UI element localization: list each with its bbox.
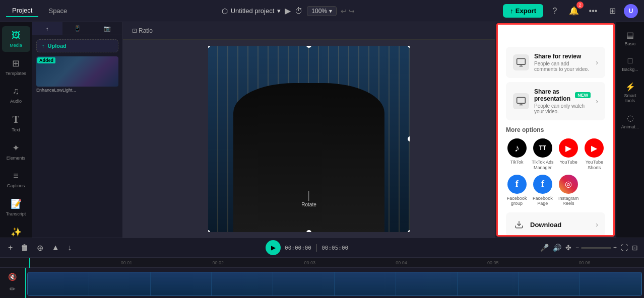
download-button[interactable]: Download › — [506, 212, 605, 235]
share-panel-highlight: Share link Share for review People can a… — [496, 23, 615, 237]
sidebar-item-templates[interactable]: ⊞ Templates — [2, 54, 30, 80]
duplicate-btn[interactable]: ⊕ — [35, 242, 45, 254]
clock-btn[interactable]: ⏱ — [295, 7, 303, 16]
ratio-icon: ⊡ — [132, 27, 137, 34]
download-label: Download — [530, 221, 591, 229]
social-youtube-shorts[interactable]: ▶ YouTube Shorts — [584, 138, 605, 171]
social-instagram[interactable]: ◎ Instagram Reels — [558, 175, 579, 207]
zoom-out-icon: − — [575, 244, 579, 251]
social-facebook-group[interactable]: f Facebook group — [506, 175, 528, 207]
captions-icon: ≡ — [13, 171, 19, 181]
sidebar-item-text[interactable]: T Text — [2, 110, 30, 136]
facebook-group-label: Facebook group — [506, 196, 528, 207]
canvas-wrapper[interactable]: Rotate — [123, 40, 495, 238]
play-preview-btn[interactable]: ▶ — [285, 6, 291, 16]
sidebar-item-media[interactable]: 🖼 Media — [2, 26, 30, 52]
background-icon: □ — [628, 56, 633, 65]
sidebar-item-transcript[interactable]: 📝 Transcript — [2, 194, 30, 220]
ruler-mark-1: 00:01 — [121, 260, 133, 265]
more-btn[interactable]: ••• — [586, 4, 601, 19]
share-panel: Share link Share for review People can a… — [498, 25, 613, 235]
track-frame-6 — [335, 272, 396, 295]
upload-button[interactable]: ↑ Upload — [36, 39, 118, 52]
social-tiktok-ads[interactable]: TT TikTok Ads Manager — [532, 138, 553, 171]
delete-btn[interactable]: 🗑 — [19, 242, 31, 253]
avatar[interactable]: U — [624, 4, 638, 18]
main-layout: 🖼 Media ⊞ Templates ♫ Audio T Text ✦ Ele… — [0, 22, 644, 238]
top-bar-center: ⬡ Untitled project ▾ ▶ ⏱ 100% ▾ ↩ ↪ — [222, 6, 355, 16]
share-as-presentation-option[interactable]: Share as presentation NEW People can onl… — [506, 82, 605, 120]
tab-space[interactable]: Space — [42, 5, 73, 17]
fit-btn[interactable]: ⊡ — [632, 244, 638, 252]
share-review-icon — [513, 54, 529, 70]
tab-upload[interactable]: ↑ — [32, 22, 62, 35]
tab-webcam[interactable]: 📷 — [92, 22, 122, 35]
zoom-slider[interactable] — [581, 247, 611, 249]
zoom-selector[interactable]: 100% ▾ — [307, 6, 337, 16]
track-frame-7 — [396, 272, 458, 295]
media-item-name: EnhanceLowLight... — [36, 88, 118, 93]
add-track-btn[interactable]: + — [6, 242, 15, 253]
left-sidebar: 🖼 Media ⊞ Templates ♫ Audio T Text ✦ Ele… — [0, 22, 32, 238]
timeline-tracks[interactable] — [25, 268, 644, 298]
person-body — [233, 83, 384, 232]
playback-center: ▶ 00:00:00 | 00:05:00 — [266, 240, 348, 255]
layout-btn[interactable]: ⊞ — [605, 4, 620, 19]
media-item[interactable]: Added EnhanceLowLight... — [36, 56, 118, 93]
timeline-ruler: 00:01 00:02 00:03 00:04 00:05 00:06 — [0, 258, 644, 268]
share-for-review-option[interactable]: Share for review People can add comments… — [506, 47, 605, 78]
youtube-icon: ▶ — [559, 138, 578, 158]
sidebar-item-elements[interactable]: ✦ Elements — [2, 138, 30, 165]
timeline-playhead-track — [25, 268, 26, 298]
social-facebook-page[interactable]: f Facebook Page — [532, 175, 553, 207]
tab-screen[interactable]: 📱 — [62, 22, 93, 35]
notifications-btn[interactable]: 🔔 2 — [566, 4, 582, 19]
play-button[interactable]: ▶ — [266, 240, 281, 255]
media-panel: ↑ 📱 📷 ↑ Upload Added EnhanceLowLight... — [32, 22, 123, 238]
rotate-label: Rotate — [301, 202, 316, 207]
effects-icon: ✨ — [11, 227, 22, 238]
zoom-bar: − + — [575, 244, 617, 251]
social-youtube[interactable]: ▶ YouTube — [558, 138, 579, 171]
share-review-text: Share for review People can add comments… — [534, 53, 591, 72]
sidebar-item-captions[interactable]: ≡ Captions — [2, 167, 30, 192]
export-button[interactable]: ↑ Export — [503, 4, 543, 18]
ruler-mark-3: 00:03 — [304, 260, 315, 265]
svg-rect-1 — [517, 98, 526, 104]
share-review-title: Share for review — [534, 53, 591, 60]
download-arrow: › — [596, 220, 598, 229]
share-presentation-icon — [513, 93, 529, 109]
sidebar-item-audio[interactable]: ♫ Audio — [2, 82, 30, 108]
ruler-mark-5: 00:05 — [487, 260, 499, 265]
video-track[interactable] — [25, 272, 644, 296]
social-tiktok[interactable]: ♪ TikTok — [506, 138, 528, 171]
undo-btn[interactable]: ↩ — [341, 7, 347, 15]
more-options-title: More options — [506, 126, 605, 133]
draw-btn[interactable]: ✏ — [10, 285, 16, 293]
microphone-btn[interactable]: 🎤 — [540, 244, 549, 252]
position-btn[interactable]: ✤ — [565, 244, 571, 252]
media-panel-tabs: ↑ 📱 📷 — [32, 22, 122, 35]
tab-project[interactable]: Project — [6, 5, 38, 17]
far-right-background[interactable]: □ Backg... — [617, 52, 643, 76]
far-right-basic[interactable]: ▤ Basic — [617, 26, 643, 50]
timeline-content: 🔇 ✏ — [0, 268, 644, 298]
new-badge: NEW — [575, 92, 591, 98]
ratio-tool[interactable]: ⊡ Ratio — [129, 25, 156, 36]
mute-btn[interactable]: 🔇 — [8, 273, 17, 281]
fullscreen-btn[interactable]: ⛶ — [621, 244, 628, 252]
sidebar-item-effects[interactable]: ✨ Effects — [2, 222, 30, 238]
facebook-page-label: Facebook Page — [532, 196, 553, 207]
current-time: 00:00:00 — [285, 245, 311, 251]
share-presentation-title: Share as presentation NEW — [534, 88, 591, 102]
tiktok-icon: ♪ — [507, 138, 527, 158]
text-style-btn[interactable]: ▲ — [49, 242, 61, 253]
far-right-smart-tools[interactable]: ⚡ Smart tools — [617, 78, 643, 107]
far-right-animate[interactable]: ◌ Animat... — [617, 109, 643, 133]
redo-btn[interactable]: ↪ — [349, 7, 355, 15]
sound-btn[interactable]: 🔊 — [553, 244, 561, 252]
project-selector[interactable]: ⬡ Untitled project ▾ — [222, 7, 281, 15]
download-track-btn[interactable]: ↓ — [66, 242, 74, 253]
help-btn[interactable]: ? — [547, 4, 562, 19]
rotate-handle[interactable]: Rotate — [301, 191, 316, 207]
